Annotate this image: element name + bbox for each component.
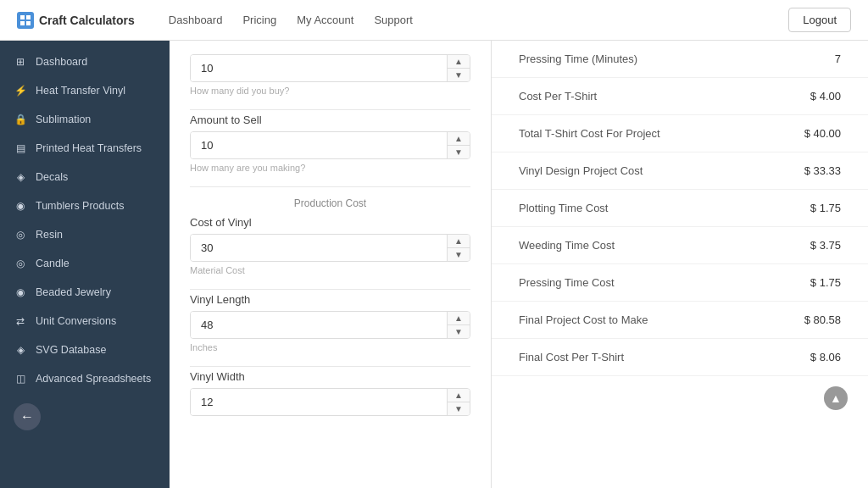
vinyl-width-group: Vinyl Width 12 ▲ ▼: [190, 370, 470, 416]
value-weeding-time-cost: $ 3.75: [810, 239, 841, 252]
nav-support[interactable]: Support: [374, 14, 413, 26]
result-weeding-time-cost: Weeding Time Cost $ 3.75: [492, 227, 868, 264]
sidebar-item-advanced-spreadsheets[interactable]: ◫ Advanced Spreadsheets: [0, 364, 170, 393]
section-production-cost: Production Cost: [190, 197, 470, 209]
candle-icon: ◎: [14, 257, 27, 270]
amount-to-sell-arrows[interactable]: ▲ ▼: [447, 132, 470, 158]
sidebar-label-candle: Candle: [36, 258, 70, 269]
result-plotting-time-cost: Plotting Time Cost $ 1.75: [492, 190, 868, 227]
brand: Craft Calculators: [17, 12, 135, 29]
navbar: Craft Calculators Dashboard Pricing My A…: [0, 0, 868, 41]
label-vinyl-design-cost: Vinyl Design Project Cost: [519, 164, 643, 177]
vinyl-width-spinner[interactable]: 12 ▲ ▼: [190, 388, 470, 416]
sidebar-label-svg-database: SVG Database: [36, 344, 106, 356]
beaded-icon: ◉: [14, 286, 27, 299]
value-final-cost-per-tshirt: $ 8.06: [810, 351, 841, 363]
vinyl-length-up-arrow[interactable]: ▲: [448, 312, 470, 325]
divider-1: [190, 109, 470, 110]
sidebar-item-heat-transfer[interactable]: ⚡ Heat Transfer Vinyl: [0, 76, 170, 105]
vinyl-width-down-arrow[interactable]: ▼: [448, 402, 470, 415]
amount-sublabel: How many are you making?: [190, 163, 470, 173]
vinyl-width-arrows[interactable]: ▲ ▼: [447, 389, 470, 415]
vinyl-length-down-arrow[interactable]: ▼: [448, 325, 470, 338]
amount-to-sell-label: Amount to Sell: [190, 114, 470, 126]
qty-up-arrow[interactable]: ▲: [448, 55, 470, 69]
sidebar-label-unit-conversions: Unit Conversions: [36, 315, 116, 327]
back-button[interactable]: ←: [14, 403, 41, 430]
result-pressing-time-cost: Pressing Time Cost $ 1.75: [492, 264, 868, 302]
vinyl-length-group: Vinyl Length 48 ▲ ▼ Inches: [190, 293, 470, 352]
resin-icon: ◎: [14, 228, 27, 241]
amount-down-arrow[interactable]: ▼: [448, 146, 470, 158]
svg-rect-1: [26, 15, 31, 19]
sidebar-item-sublimation[interactable]: 🔒 Sublimation: [0, 105, 170, 134]
label-pressing-time-minutes: Pressing Time (Minutes): [519, 53, 637, 65]
logout-button[interactable]: Logout: [788, 8, 851, 32]
nav-links: Dashboard Pricing My Account Support: [169, 14, 788, 26]
heat-transfer-icon: ⚡: [14, 84, 27, 97]
sidebar-label-printed-heat: Printed Heat Transfers: [36, 142, 142, 154]
qty-value: 10: [191, 55, 447, 81]
value-pressing-time-minutes: 7: [835, 53, 841, 65]
sidebar-label-resin: Resin: [36, 229, 63, 241]
dashboard-icon: ⊞: [14, 55, 27, 69]
qty-field-group: 10 ▲ ▼ How many did you buy?: [190, 54, 470, 96]
cost-of-vinyl-arrows[interactable]: ▲ ▼: [447, 235, 470, 261]
unit-conversions-icon: ⇄: [14, 314, 27, 328]
cost-vinyl-sublabel: Material Cost: [190, 265, 470, 275]
nav-my-account[interactable]: My Account: [297, 14, 353, 26]
content-area: 10 ▲ ▼ How many did you buy? Amount to S…: [170, 41, 868, 488]
cost-of-vinyl-value: 30: [191, 235, 447, 261]
svg-database-icon: ◈: [14, 343, 27, 357]
vinyl-width-up-arrow[interactable]: ▲: [448, 389, 470, 402]
sidebar-item-resin[interactable]: ◎ Resin: [0, 220, 170, 249]
sidebar-label-decals: Decals: [36, 171, 68, 183]
sidebar-item-decals[interactable]: ◈ Decals: [0, 163, 170, 191]
vinyl-length-spinner[interactable]: 48 ▲ ▼: [190, 311, 470, 339]
svg-rect-2: [20, 21, 25, 25]
sidebar-item-printed-heat[interactable]: ▤ Printed Heat Transfers: [0, 134, 170, 163]
sidebar-item-candle[interactable]: ◎ Candle: [0, 249, 170, 278]
cost-vinyl-up-arrow[interactable]: ▲: [448, 235, 470, 248]
form-panel: 10 ▲ ▼ How many did you buy? Amount to S…: [170, 41, 492, 488]
result-total-tshirt-cost: Total T-Shirt Cost For Project $ 40.00: [492, 115, 868, 152]
cost-vinyl-down-arrow[interactable]: ▼: [448, 248, 470, 261]
label-cost-per-tshirt: Cost Per T-Shirt: [519, 90, 597, 103]
tumblers-icon: ◉: [14, 199, 27, 213]
label-final-cost-per-tshirt: Final Cost Per T-Shirt: [519, 351, 624, 363]
vinyl-length-arrows[interactable]: ▲ ▼: [447, 312, 470, 338]
decals-icon: ◈: [14, 170, 27, 184]
qty-sublabel: How many did you buy?: [190, 86, 470, 96]
amount-up-arrow[interactable]: ▲: [448, 132, 470, 146]
value-total-tshirt-cost: $ 40.00: [804, 127, 841, 140]
vinyl-length-sublabel: Inches: [190, 342, 470, 352]
sidebar: ⊞ Dashboard ⚡ Heat Transfer Vinyl 🔒 Subl…: [0, 41, 170, 488]
printed-heat-icon: ▤: [14, 141, 27, 155]
result-final-cost-per-tshirt: Final Cost Per T-Shirt $ 8.06: [492, 339, 868, 376]
nav-dashboard[interactable]: Dashboard: [169, 14, 223, 26]
amount-to-sell-spinner[interactable]: 10 ▲ ▼: [190, 131, 470, 159]
sidebar-label-sublimation: Sublimation: [36, 114, 91, 125]
sidebar-item-tumblers[interactable]: ◉ Tumblers Products: [0, 191, 170, 220]
sidebar-label-dashboard: Dashboard: [36, 56, 87, 68]
result-final-project-cost: Final Project Cost to Make $ 80.58: [492, 302, 868, 339]
sidebar-item-dashboard[interactable]: ⊞ Dashboard: [0, 47, 170, 76]
results-panel: Pressing Time (Minutes) 7 Cost Per T-Shi…: [492, 41, 868, 488]
sidebar-item-svg-database[interactable]: ◈ SVG Database: [0, 336, 170, 364]
qty-arrows[interactable]: ▲ ▼: [447, 55, 470, 81]
sidebar-label-heat-transfer: Heat Transfer Vinyl: [36, 85, 125, 97]
qty-spinner[interactable]: 10 ▲ ▼: [190, 54, 470, 82]
sidebar-item-unit-conversions[interactable]: ⇄ Unit Conversions: [0, 307, 170, 336]
label-pressing-time-cost: Pressing Time Cost: [519, 276, 615, 289]
cost-of-vinyl-spinner[interactable]: 30 ▲ ▼: [190, 234, 470, 262]
qty-down-arrow[interactable]: ▼: [448, 69, 470, 81]
advanced-spreadsheets-icon: ◫: [14, 372, 27, 385]
result-vinyl-design-cost: Vinyl Design Project Cost $ 33.33: [492, 152, 868, 190]
sidebar-item-beaded[interactable]: ◉ Beaded Jewelry: [0, 278, 170, 307]
amount-to-sell-group: Amount to Sell 10 ▲ ▼ How many are you m…: [190, 114, 470, 173]
nav-pricing[interactable]: Pricing: [242, 14, 276, 26]
cost-of-vinyl-label: Cost of Vinyl: [190, 216, 470, 229]
scroll-to-top-button[interactable]: ▲: [824, 386, 848, 410]
amount-to-sell-value: 10: [191, 132, 447, 158]
result-pressing-time-minutes: Pressing Time (Minutes) 7: [492, 41, 868, 78]
